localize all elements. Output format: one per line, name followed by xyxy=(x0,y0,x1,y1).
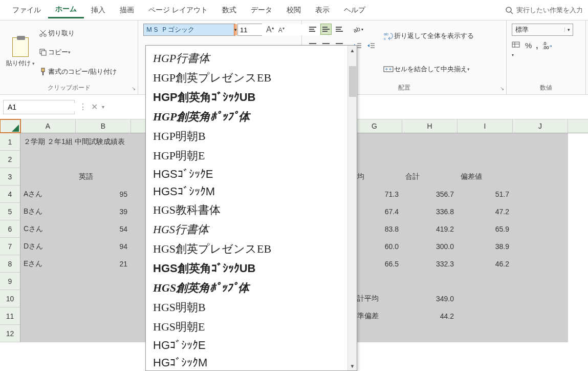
row-header-6[interactable]: 6 xyxy=(0,220,20,238)
cell-J12[interactable] xyxy=(513,325,568,342)
menu-review[interactable]: 校閲 xyxy=(279,3,308,18)
cell-I10[interactable] xyxy=(458,290,513,307)
cell-I2[interactable] xyxy=(458,151,513,168)
row-header-8[interactable]: 8 xyxy=(0,255,20,273)
cell-H3[interactable]: 合計 xyxy=(402,168,458,186)
font-option-4[interactable]: HGP明朝B xyxy=(146,127,347,146)
cell-A10[interactable] xyxy=(20,290,76,307)
menu-insert[interactable]: 挿入 xyxy=(84,3,113,18)
cell-J5[interactable] xyxy=(513,203,568,220)
row-header-11[interactable]: 11 xyxy=(0,307,20,325)
row-header-4[interactable]: 4 xyxy=(0,186,20,203)
name-box[interactable]: ▾ xyxy=(3,100,75,114)
scroll-up-icon[interactable]: ▲ xyxy=(348,46,357,55)
cell-A5[interactable]: Bさん xyxy=(20,203,76,220)
menu-help[interactable]: ヘルプ xyxy=(337,3,373,18)
percent-button[interactable]: % xyxy=(525,41,532,58)
cell-A4[interactable]: Aさん xyxy=(20,186,76,203)
menu-file[interactable]: ファイル xyxy=(5,3,48,18)
cell-H6[interactable]: 419.2 xyxy=(402,220,458,238)
cell-B7[interactable]: 94 xyxy=(76,238,131,255)
cell-A1[interactable]: ２学期 ２年1組 中間試験成績表 xyxy=(20,133,76,151)
cell-B12[interactable] xyxy=(76,325,131,342)
cell-H11[interactable]: 44.2 xyxy=(402,307,458,325)
wrap-text-button[interactable]: abc 折り返して全体を表示する xyxy=(383,31,474,40)
cell-J6[interactable] xyxy=(513,220,568,238)
merge-center-button[interactable]: セルを結合して中央揃え ▾ xyxy=(383,65,474,74)
row-header-10[interactable]: 10 xyxy=(0,290,20,307)
row-header-7[interactable]: 7 xyxy=(0,238,20,255)
cell-H1[interactable] xyxy=(402,133,458,151)
align-middle-button[interactable] xyxy=(320,24,332,35)
font-option-7[interactable]: HGSｺﾞｼｯｸM xyxy=(146,183,347,200)
cell-A7[interactable]: Dさん xyxy=(20,238,76,255)
cell-H7[interactable]: 300.0 xyxy=(402,238,458,255)
col-header-B[interactable]: B xyxy=(76,119,131,133)
font-option-11[interactable]: HGS創英角ｺﾞｼｯｸUB xyxy=(146,259,347,278)
accounting-format-button[interactable]: ▾ xyxy=(512,41,521,58)
cell-I11[interactable] xyxy=(458,307,513,325)
cell-J7[interactable] xyxy=(513,238,568,255)
cell-B2[interactable] xyxy=(76,151,131,168)
increase-decimal-button[interactable]: .0.00 xyxy=(542,41,553,58)
font-option-3[interactable]: HGP創英角ﾎﾟｯﾌﾟ体 xyxy=(146,107,347,127)
tell-me-search[interactable]: 実行したい作業を入力 xyxy=(505,6,583,15)
number-format-combo[interactable]: 標準 ▾ xyxy=(512,24,573,36)
cell-H5[interactable]: 336.8 xyxy=(402,203,458,220)
font-option-1[interactable]: HGP創英プレゼンスEB xyxy=(146,68,347,88)
formula-expand-icon[interactable]: ⋮ xyxy=(79,102,86,112)
cell-J4[interactable] xyxy=(513,186,568,203)
clipboard-dialog-launcher[interactable]: ↘ xyxy=(132,86,136,91)
cell-B8[interactable]: 21 xyxy=(76,255,131,273)
shrink-font-button[interactable]: A▾ xyxy=(278,26,285,34)
align-top-button[interactable] xyxy=(307,24,318,35)
cell-J1[interactable] xyxy=(513,133,568,151)
cell-I7[interactable]: 38.9 xyxy=(458,238,513,255)
row-header-5[interactable]: 5 xyxy=(0,203,20,220)
paste-button[interactable]: 貼り付け xyxy=(5,24,36,81)
menu-page-layout[interactable]: ページ レイアウト xyxy=(141,3,215,18)
cell-J8[interactable] xyxy=(513,255,568,273)
font-name-combo[interactable]: ▾ xyxy=(143,24,235,36)
cell-H10[interactable]: 349.0 xyxy=(402,290,458,307)
font-option-13[interactable]: HGS明朝B xyxy=(146,298,347,317)
col-header-I[interactable]: I xyxy=(458,119,513,133)
menu-data[interactable]: データ xyxy=(244,3,279,18)
orientation-button[interactable]: ab▾ xyxy=(352,24,363,35)
number-format-dropdown-button[interactable]: ▾ xyxy=(564,27,573,32)
cell-H2[interactable] xyxy=(402,151,458,168)
cell-H8[interactable]: 332.3 xyxy=(402,255,458,273)
cell-B5[interactable]: 39 xyxy=(76,203,131,220)
cell-A3[interactable] xyxy=(20,168,76,186)
col-header-H[interactable]: H xyxy=(402,119,458,133)
cell-J10[interactable] xyxy=(513,290,568,307)
font-name-input[interactable] xyxy=(144,24,234,35)
menu-view[interactable]: 表示 xyxy=(308,3,337,18)
font-option-14[interactable]: HGS明朝E xyxy=(146,317,347,337)
select-all-corner[interactable] xyxy=(0,119,20,133)
cell-H12[interactable] xyxy=(402,325,458,342)
cell-I4[interactable]: 51.7 xyxy=(458,186,513,203)
cell-J9[interactable] xyxy=(513,273,568,290)
cut-button[interactable]: 切り取り xyxy=(39,28,117,39)
scroll-thumb[interactable] xyxy=(349,66,356,97)
row-header-3[interactable]: 3 xyxy=(0,168,20,186)
font-option-10[interactable]: HGS創英プレゼンスEB xyxy=(146,239,347,259)
cell-A11[interactable] xyxy=(20,307,76,325)
row-header-1[interactable]: 1 xyxy=(0,133,20,151)
cell-B11[interactable] xyxy=(76,307,131,325)
font-dropdown-list[interactable]: HGP行書体HGP創英プレゼンスEBHGP創英角ｺﾞｼｯｸUBHGP創英角ﾎﾟｯ… xyxy=(145,45,357,371)
font-option-2[interactable]: HGP創英角ｺﾞｼｯｸUB xyxy=(146,88,347,107)
cell-I1[interactable] xyxy=(458,133,513,151)
font-option-6[interactable]: HGSｺﾞｼｯｸE xyxy=(146,166,347,183)
font-size-combo[interactable]: ▾ xyxy=(237,24,262,36)
menu-draw[interactable]: 描画 xyxy=(113,3,141,18)
font-option-8[interactable]: HGS教科書体 xyxy=(146,200,347,220)
cell-A6[interactable]: Cさん xyxy=(20,220,76,238)
comma-button[interactable]: , xyxy=(536,41,538,58)
cell-J3[interactable] xyxy=(513,168,568,186)
cell-B9[interactable] xyxy=(76,273,131,290)
cell-B6[interactable]: 54 xyxy=(76,220,131,238)
row-header-12[interactable]: 12 xyxy=(0,325,20,342)
dropdown-scrollbar[interactable]: ▲ ▼ xyxy=(347,46,357,370)
